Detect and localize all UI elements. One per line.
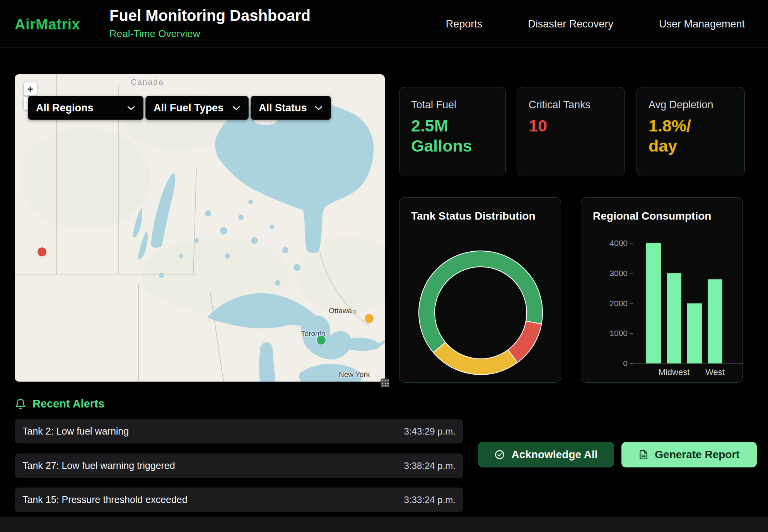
map-label-canada: Canada [131, 77, 164, 87]
map-label-new-york: New York [339, 370, 370, 379]
regional-consumption-card: Regional Consumption 01000200030004000Mi… [581, 197, 743, 383]
map-label-ottawa: Ottawa [329, 307, 352, 315]
status-filter[interactable]: All Status [251, 96, 331, 120]
main-nav: Reports Disaster Recovery User Managemen… [446, 0, 745, 48]
stat-card-critical-tanks: Critical Tanks 10 [517, 87, 625, 176]
acknowledge-all-button[interactable]: Acknowledge All [478, 442, 614, 467]
map-filters: All Regions All Fuel Types All Status [28, 96, 331, 120]
regional-consumption-chart-title: Regional Consumption [593, 210, 711, 222]
stat-value-total-fuel: 2.5M Gallons [411, 116, 472, 156]
svg-text:1000: 1000 [609, 329, 628, 338]
page-title: Fuel Monitoring Dashboard [109, 7, 311, 24]
report-file-icon [638, 450, 649, 460]
ottawa-town-dot [353, 310, 356, 314]
bell-icon [15, 398, 26, 410]
nav-reports[interactable]: Reports [446, 18, 483, 30]
alert-time: 3:38:24 p.m. [404, 460, 456, 471]
header: AirMatrix Fuel Monitoring Dashboard Real… [0, 0, 768, 48]
bottom-bar [0, 517, 768, 532]
svg-text:2000: 2000 [609, 299, 628, 308]
nav-disaster-recovery[interactable]: Disaster Recovery [528, 18, 613, 30]
svg-text:4000: 4000 [609, 239, 628, 247]
svg-text:West: West [705, 367, 725, 377]
nav-user-management[interactable]: User Management [659, 18, 745, 30]
region-filter-value: All Regions [36, 102, 94, 114]
map-resize-handle[interactable] [381, 379, 389, 387]
stat-card-total-fuel: Total Fuel 2.5M Gallons [399, 87, 506, 176]
chevron-down-icon [314, 106, 323, 111]
check-circle-icon [494, 449, 505, 460]
chevron-down-icon [232, 106, 241, 111]
generate-report-label: Generate Report [655, 448, 739, 461]
fuel-type-filter[interactable]: All Fuel Types [145, 96, 249, 120]
logo: AirMatrix [15, 16, 80, 33]
acknowledge-all-label: Acknowledge All [511, 448, 597, 461]
alert-message: Tank 2: Low fuel warning [22, 426, 129, 437]
alert-message: Tank 27: Low fuel warning triggered [22, 460, 175, 471]
alerts-header: Recent Alerts [15, 397, 104, 410]
page-subtitle: Real-Time Overview [109, 28, 311, 40]
status-filter-value: All Status [259, 102, 307, 114]
map-canvas [15, 74, 385, 382]
stat-label-total-fuel: Total Fuel [411, 99, 456, 111]
alert-time: 3:43:29 p.m. [404, 426, 456, 437]
tank-marker-critical[interactable] [38, 247, 46, 256]
title-block: Fuel Monitoring Dashboard Real-Time Over… [109, 7, 311, 40]
tank-marker-warning[interactable] [365, 314, 374, 323]
stat-value-critical-tanks: 10 [529, 116, 547, 136]
svg-text:Midwest: Midwest [659, 367, 690, 377]
stat-card-avg-depletion: Avg Depletion 1.8%/ day [637, 87, 745, 176]
svg-text:0: 0 [623, 359, 628, 368]
fuel-type-filter-value: All Fuel Types [154, 102, 224, 114]
chevron-down-icon [127, 106, 135, 111]
tank-marker-normal[interactable] [317, 336, 326, 344]
alert-row[interactable]: Tank 27: Low fuel warning triggered 3:38… [15, 454, 463, 478]
app: AirMatrix Fuel Monitoring Dashboard Real… [0, 0, 768, 532]
alert-message: Tank 15: Pressure threshold exceeded [22, 494, 188, 505]
tank-status-chart-title: Tank Status Distribution [411, 210, 536, 222]
alert-row[interactable]: Tank 2: Low fuel warning 3:43:29 p.m. [15, 419, 463, 443]
tank-status-card: Tank Status Distribution [399, 197, 561, 383]
tank-status-donut-chart [415, 247, 546, 379]
zoom-in-button[interactable]: + [24, 82, 37, 95]
stat-label-critical-tanks: Critical Tanks [529, 99, 591, 111]
stat-label-avg-depletion: Avg Depletion [649, 99, 713, 111]
alerts-title: Recent Alerts [32, 397, 104, 410]
map[interactable]: + All Regions All Fuel Types All Status … [15, 74, 385, 382]
alert-row[interactable]: Tank 15: Pressure threshold exceeded 3:3… [15, 488, 463, 512]
generate-report-button[interactable]: Generate Report [621, 442, 757, 467]
zoom-in-label: + [27, 83, 33, 95]
region-filter[interactable]: All Regions [28, 96, 143, 120]
regional-consumption-bar-chart: 01000200030004000MidwestWest [592, 238, 747, 379]
stat-value-avg-depletion: 1.8%/ day [649, 116, 691, 156]
alert-time: 3:33:24 p.m. [404, 494, 456, 505]
svg-text:3000: 3000 [609, 269, 628, 278]
